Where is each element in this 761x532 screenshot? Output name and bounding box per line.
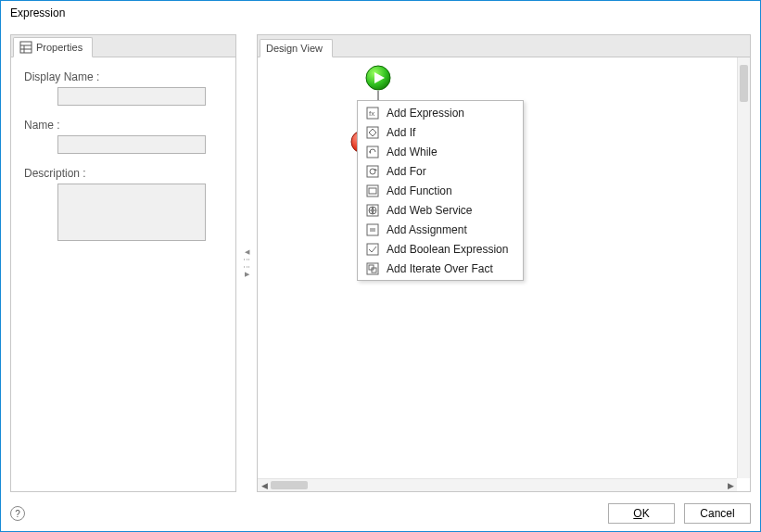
- cancel-button[interactable]: Cancel: [684, 503, 751, 524]
- expression-icon: fx: [365, 106, 379, 120]
- menu-item-label: Add Expression: [387, 107, 464, 120]
- menu-item-label: Add Function: [387, 184, 452, 197]
- menu-item-add-if[interactable]: Add If: [358, 122, 523, 142]
- menu-item-add-while[interactable]: Add While: [358, 142, 523, 161]
- menu-item-label: Add While: [387, 146, 438, 158]
- menu-item-add-function[interactable]: Add Function: [358, 181, 523, 200]
- while-icon: [365, 145, 379, 158]
- ok-suffix: K: [642, 507, 650, 520]
- vertical-scroll-thumb[interactable]: [740, 65, 748, 102]
- svg-rect-0: [20, 42, 32, 53]
- field-name: Name :: [22, 119, 224, 154]
- svg-rect-18: [369, 188, 376, 194]
- name-input[interactable]: [57, 135, 206, 154]
- function-icon: [365, 184, 379, 197]
- svg-rect-22: [367, 224, 378, 235]
- menu-item-label: Add For: [387, 165, 426, 178]
- scroll-right-icon[interactable]: ▶: [726, 481, 735, 490]
- description-label: Description :: [22, 167, 224, 180]
- chevron-left-icon: ◀: [245, 248, 249, 256]
- field-display-name: Display Name :: [22, 70, 224, 106]
- menu-item-add-assignment[interactable]: Add Assignment: [358, 220, 523, 239]
- grip-dots-icon: ⋮⋮: [245, 256, 248, 271]
- boolean-icon: [365, 242, 379, 256]
- menu-item-label: Add Boolean Expression: [387, 243, 508, 256]
- display-name-input[interactable]: [57, 87, 206, 106]
- properties-tab-strip: Properties: [11, 35, 235, 57]
- title-bar: Expression: [1, 1, 760, 25]
- ok-button[interactable]: OK: [608, 503, 675, 524]
- svg-rect-12: [367, 146, 378, 158]
- for-icon: [365, 164, 379, 178]
- iterate-icon: [365, 261, 379, 275]
- vertical-scrollbar[interactable]: [737, 57, 750, 478]
- description-input[interactable]: [57, 184, 206, 241]
- chevron-right-icon: ▶: [245, 271, 249, 278]
- horizontal-scroll-thumb[interactable]: [271, 481, 308, 489]
- assignment-icon: [365, 222, 379, 236]
- menu-item-label: Add Iterate Over Fact: [387, 262, 493, 275]
- scroll-left-icon[interactable]: ◀: [260, 481, 269, 490]
- tab-properties-label: Properties: [36, 42, 82, 53]
- field-description: Description :: [22, 167, 224, 244]
- svg-rect-14: [367, 166, 378, 177]
- menu-item-add-boolean-expression[interactable]: Add Boolean Expression: [358, 239, 523, 259]
- menu-item-add-expression[interactable]: fx Add Expression: [358, 103, 523, 122]
- start-node-icon[interactable]: [365, 65, 391, 91]
- svg-text:fx: fx: [369, 109, 374, 118]
- properties-panel: Properties Display Name : Name : Descrip…: [10, 34, 236, 492]
- menu-item-add-for[interactable]: Add For: [358, 161, 523, 181]
- menu-item-label: Add Assignment: [387, 223, 467, 236]
- svg-marker-11: [369, 129, 376, 136]
- tab-properties[interactable]: Properties: [13, 37, 93, 57]
- properties-body: Display Name : Name : Description :: [11, 57, 235, 491]
- design-body: fx Add Expression Add If: [258, 57, 750, 491]
- tab-design-view-label: Design View: [266, 43, 323, 54]
- context-menu: fx Add Expression Add If: [357, 100, 524, 281]
- splitter-handle[interactable]: ◀ ⋮⋮ ▶: [244, 34, 249, 492]
- menu-item-label: Add If: [387, 126, 415, 139]
- design-tab-strip: Design View: [258, 35, 750, 57]
- web-service-icon: [365, 203, 379, 217]
- name-label: Name :: [22, 119, 224, 132]
- button-bar: ? OK Cancel: [1, 498, 760, 531]
- design-canvas[interactable]: fx Add Expression Add If: [258, 57, 737, 478]
- design-panel: Design View: [257, 34, 751, 492]
- tab-design-view[interactable]: Design View: [260, 39, 333, 57]
- if-icon: [365, 125, 379, 139]
- dialog-content: Properties Display Name : Name : Descrip…: [1, 25, 760, 498]
- menu-item-add-iterate-over-fact[interactable]: Add Iterate Over Fact: [358, 259, 523, 278]
- expression-dialog: Expression Properties: [0, 0, 761, 532]
- window-title: Expression: [10, 6, 65, 19]
- display-name-label: Display Name :: [22, 70, 224, 83]
- svg-rect-25: [367, 244, 378, 255]
- menu-item-label: Add Web Service: [387, 204, 473, 217]
- menu-item-add-web-service[interactable]: Add Web Service: [358, 200, 523, 220]
- horizontal-scrollbar[interactable]: ◀ ▶: [258, 478, 737, 491]
- properties-icon: [19, 41, 32, 54]
- help-icon[interactable]: ?: [10, 506, 25, 521]
